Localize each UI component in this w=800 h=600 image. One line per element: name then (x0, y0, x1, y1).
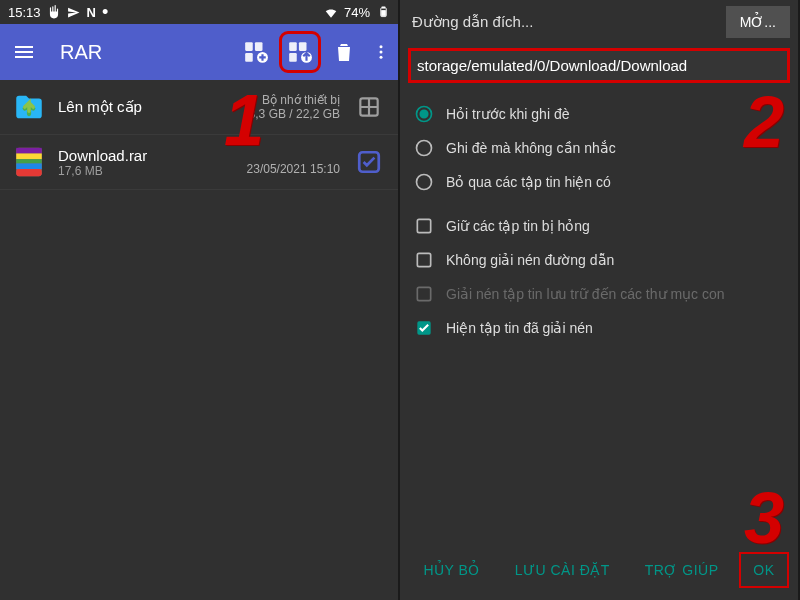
status-right: 74% (324, 5, 390, 20)
chk-nopath-label: Không giải nén đường dẫn (446, 252, 614, 268)
chk-subdir: Giải nén tập tin lưu trữ đến các thư mục… (414, 277, 784, 311)
up-one-level-row[interactable]: Lên một cấp Bộ nhớ thiết bị 3,3 GB / 22,… (0, 80, 398, 135)
svg-point-24 (417, 141, 432, 156)
checkbox-checked-icon (414, 318, 434, 338)
storage-label: Bộ nhớ thiết bị (249, 93, 340, 107)
radio-skip-label: Bỏ qua các tập tin hiện có (446, 174, 611, 190)
svg-rect-3 (245, 42, 253, 51)
svg-rect-7 (289, 42, 297, 51)
battery-icon (376, 5, 390, 19)
wifi-icon (324, 5, 338, 19)
app-title: RAR (60, 41, 102, 64)
svg-point-11 (380, 45, 383, 48)
radio-overwrite[interactable]: Ghi đè mà không cần nhắc (414, 131, 784, 165)
rar-file-icon (12, 145, 46, 179)
checkbox-disabled-icon (414, 284, 434, 304)
battery-text: 74% (344, 5, 370, 20)
radio-selected-icon (414, 104, 434, 124)
status-bar: 15:13 N • 74% (0, 0, 398, 24)
file-size: 17,6 MB (58, 164, 235, 178)
svg-rect-18 (16, 159, 42, 163)
ok-button[interactable]: OK (743, 556, 784, 584)
menu-icon[interactable] (8, 36, 40, 68)
svg-rect-5 (255, 42, 263, 51)
hand-icon (47, 5, 61, 19)
n-icon: N (87, 5, 96, 20)
toolbar: RAR (0, 24, 398, 80)
radio-ask-label: Hỏi trước khi ghi đè (446, 106, 569, 122)
svg-rect-19 (16, 163, 42, 169)
chk-show-extracted[interactable]: Hiện tập tin đã giải nén (414, 311, 784, 345)
svg-rect-28 (417, 287, 430, 300)
open-button[interactable]: MỞ... (726, 6, 790, 38)
radio-skip[interactable]: Bỏ qua các tập tin hiện có (414, 165, 784, 199)
svg-point-13 (380, 56, 383, 59)
more-icon[interactable] (372, 36, 390, 68)
help-button[interactable]: TRỢ GIÚP (635, 556, 729, 584)
chk-keep-broken[interactable]: Giữ các tập tin bị hỏng (414, 209, 784, 243)
chk-show-label: Hiện tập tin đã giải nén (446, 320, 593, 336)
options-group: Hỏi trước khi ghi đè Ghi đè mà không cần… (400, 87, 798, 355)
svg-rect-26 (417, 219, 430, 232)
status-left: 15:13 N • (8, 5, 108, 20)
step-3-label: 3 (744, 482, 784, 554)
file-date: 23/05/2021 15:10 (247, 162, 340, 176)
dest-path-input[interactable]: storage/emulated/0/Download/Download (408, 48, 790, 83)
svg-rect-20 (16, 169, 42, 176)
paper-plane-icon (67, 5, 81, 19)
archive-add-icon[interactable] (240, 36, 272, 68)
svg-rect-8 (289, 53, 297, 62)
radio-unselected-icon (414, 138, 434, 158)
svg-rect-9 (299, 42, 307, 51)
chk-broken-label: Giữ các tập tin bị hỏng (446, 218, 590, 234)
status-time: 15:13 (8, 5, 41, 20)
svg-rect-16 (16, 148, 42, 154)
file-name: Download.rar (58, 147, 235, 164)
cancel-button[interactable]: HỦY BỎ (413, 556, 489, 584)
view-grid-icon[interactable] (352, 90, 386, 124)
storage-value: 3,3 GB / 22,2 GB (249, 107, 340, 121)
left-panel: 15:13 N • 74% RAR Lên một cấp Bộ nhớ thi… (0, 0, 400, 600)
folder-up-icon (12, 90, 46, 124)
svg-point-23 (420, 110, 428, 118)
chk-subdir-label: Giải nén tập tin lưu trữ đến các thư mục… (446, 286, 725, 302)
checkbox-empty-icon (414, 216, 434, 236)
up-label: Lên một cấp (58, 98, 237, 116)
svg-point-25 (417, 175, 432, 190)
bottom-bar: HỦY BỎ LƯU CÀI ĐẶT TRỢ GIÚP OK (400, 548, 798, 592)
right-panel: Đường dẫn đích... MỞ... storage/emulated… (400, 0, 800, 600)
svg-rect-2 (381, 11, 385, 16)
delete-icon[interactable] (328, 36, 360, 68)
checkbox-checked-icon[interactable] (352, 145, 386, 179)
extract-icon[interactable] (284, 36, 316, 68)
save-button[interactable]: LƯU CÀI ĐẶT (505, 556, 620, 584)
chk-no-path[interactable]: Không giải nén đường dẫn (414, 243, 784, 277)
svg-rect-1 (382, 7, 385, 8)
svg-rect-4 (245, 53, 253, 62)
radio-unselected-icon (414, 172, 434, 192)
radio-ask-overwrite[interactable]: Hỏi trước khi ghi đè (414, 97, 784, 131)
svg-rect-27 (417, 253, 430, 266)
checkbox-empty-icon (414, 250, 434, 270)
file-row[interactable]: Download.rar 17,6 MB 23/05/2021 15:10 (0, 135, 398, 190)
svg-rect-17 (16, 154, 42, 160)
dest-label: Đường dẫn đích... (412, 13, 718, 31)
radio-over-label: Ghi đè mà không cần nhắc (446, 140, 616, 156)
svg-point-12 (380, 51, 383, 54)
dest-row: Đường dẫn đích... MỞ... (400, 0, 798, 44)
